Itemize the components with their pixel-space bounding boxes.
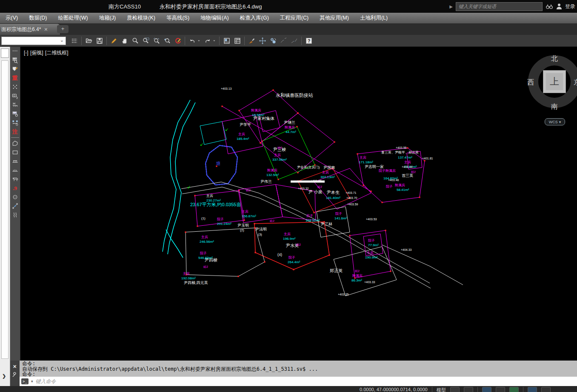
save-icon[interactable] [94,36,105,46]
map-label: ↙ [200,142,203,147]
osnap-toggle-icon[interactable] [509,387,519,392]
zoom-scale-icon[interactable] [151,36,162,46]
menu-item-3[interactable]: 地籍(J) [94,13,122,23]
command-prompt-dropdown-icon[interactable]: ▾ [31,379,33,383]
undo-dropdown-icon[interactable] [197,36,202,46]
svg-text:code: code [12,58,17,60]
circle-draw-icon[interactable] [10,193,20,202]
viewcube-top-face[interactable]: 上 [543,70,566,93]
match-properties-icon[interactable] [246,36,257,46]
menu-item-1[interactable]: 数据(D) [23,13,52,23]
model-space-button[interactable]: 模型 [437,387,446,392]
open-icon[interactable] [83,36,94,46]
help-icon[interactable]: ? [303,36,314,46]
map-label: (3) [258,233,262,236]
command-history[interactable]: 命令:自动保存到 C:\Users\Administrator\appdata\… [20,361,577,377]
login-button[interactable]: 登录 [565,3,575,10]
dimension-icon[interactable] [10,118,20,127]
search-input[interactable] [456,2,543,11]
grid-toggle-icon[interactable] [450,387,460,392]
drawing-canvas[interactable]: [-] [俯视] [二维线框] 永和镇兽医防疫站附属房18.56m²尹家村集体尹… [20,47,577,361]
squiggle-icon[interactable] [10,210,20,219]
map-polyline [200,122,226,145]
vertex-grip [296,126,297,127]
zoom-previous-icon[interactable] [162,36,172,46]
polar-toggle-icon[interactable] [496,387,505,392]
lineweight-toggle-icon[interactable] [528,387,537,392]
move-icon[interactable] [257,36,268,46]
menu-item-10[interactable]: 土地利用(L) [354,13,393,23]
menu-item-5[interactable]: 等高线(S) [161,13,195,23]
fence-a-icon[interactable] [10,157,20,166]
map-label: 主房 [404,160,411,164]
menu-item-6[interactable]: 地物编辑(A) [195,13,234,23]
menu-item-0[interactable]: 示(V) [0,13,23,23]
wrench-icon[interactable] [12,372,18,378]
tab-close-icon[interactable]: ✕ [44,27,48,32]
zoom-window-icon[interactable] [140,36,151,46]
map-label: 首三英 [402,173,413,178]
map-drawing[interactable]: 永和镇兽医防疫站附属房18.56m²尹家村集体尹继兰附属房44.7m²尹学平主房… [20,47,577,361]
menu-item-9[interactable]: 其他应用(M) [314,13,354,23]
map-label: +403.70 [346,196,357,199]
map-label: 附属房 [251,108,261,112]
menu-item-4[interactable]: 质检模块(K) [121,13,161,23]
map-label: 58.41m² [397,188,409,192]
menu-item-8[interactable]: 工程应用(C) [274,13,314,23]
pan-icon[interactable] [119,36,130,46]
map-label: 附属房 [395,183,405,187]
redo-icon[interactable] [202,36,213,46]
fence-b-icon[interactable] [10,166,20,175]
line-grip-icon[interactable] [10,202,20,210]
style-combo[interactable]: ⌄ [1,37,66,45]
rectangle-draw-icon[interactable] [10,148,20,157]
ruler-h-icon[interactable] [10,100,20,109]
viewcube-north[interactable]: 北 [551,54,558,63]
coordinate-xy-icon[interactable]: [x,y] [10,109,20,118]
code-search-icon[interactable]: code [10,56,20,65]
point-9-icon[interactable]: .9 [10,184,20,193]
menu-item-2[interactable]: 绘图处理(W) [53,13,94,23]
new-tab-button[interactable]: + [57,25,69,33]
note-annotate-icon[interactable]: 注 [10,127,20,136]
camera-rotate-icon[interactable] [10,91,20,100]
drawing-tab[interactable]: 面积宗地图总6.4* ✕ [0,23,60,35]
redraw-icon[interactable] [172,36,183,46]
wcs-dropdown[interactable]: WCS▾ [545,118,565,125]
binoculars-icon[interactable] [546,3,553,10]
menu-item-7[interactable]: 检查入库(G) [234,13,274,23]
viewcube-south[interactable]: 南 [551,102,558,111]
copy-object-icon[interactable] [268,36,278,46]
weight-annotate-icon[interactable]: 重 [10,74,20,82]
toolbar-grip[interactable] [10,47,20,56]
layout-grid-icon[interactable] [232,36,243,46]
search-collapse-icon[interactable]: ▶ [449,4,453,9]
zoom-icon[interactable] [130,36,140,46]
palette-expand-icon[interactable]: ❯ [2,373,6,379]
redo-dropdown-icon[interactable] [213,36,217,46]
viewcube-west[interactable]: 西 [527,78,534,87]
command-input-row[interactable]: >_ ▾ 键入命令 [20,377,577,386]
polygon-draw-icon[interactable] [10,139,20,148]
check-edit-icon[interactable] [10,65,20,74]
user-icon[interactable] [556,3,562,10]
status-bar: 0.0000, 47-000000.0714, 0.0000 模型 [0,386,577,392]
break-at-point-icon[interactable] [289,36,300,46]
viewcube-east[interactable]: 东 [574,78,577,87]
ortho-toggle-icon[interactable] [482,387,491,392]
break-line-icon[interactable] [278,36,289,46]
map-label: 院子附属房 [379,169,396,173]
toolbar-separator [301,37,302,45]
map-label: (2) [240,228,244,232]
bench-symbol-icon[interactable] [10,175,20,184]
point-cluster-icon[interactable] [10,82,20,91]
layout-panel-icon[interactable] [221,36,232,46]
linetype-icon[interactable] [69,36,80,46]
snap-toggle-icon[interactable] [464,387,473,392]
command-close-icon[interactable]: ✕ [13,364,17,369]
draw-pencil-icon[interactable] [109,36,119,46]
command-prompt-icon[interactable]: >_ [21,378,29,384]
workspace-gear-icon[interactable] [541,387,551,392]
palette-field[interactable] [1,48,9,58]
undo-icon[interactable] [187,36,197,46]
